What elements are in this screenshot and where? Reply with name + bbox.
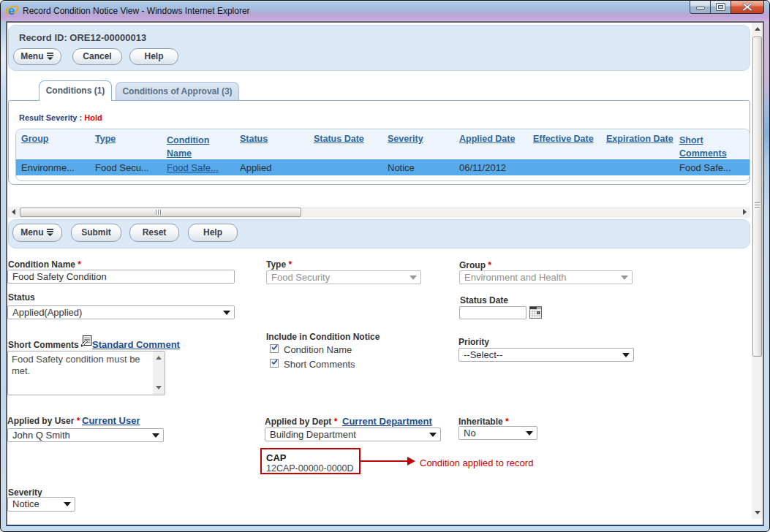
- svg-text:e: e: [8, 4, 15, 17]
